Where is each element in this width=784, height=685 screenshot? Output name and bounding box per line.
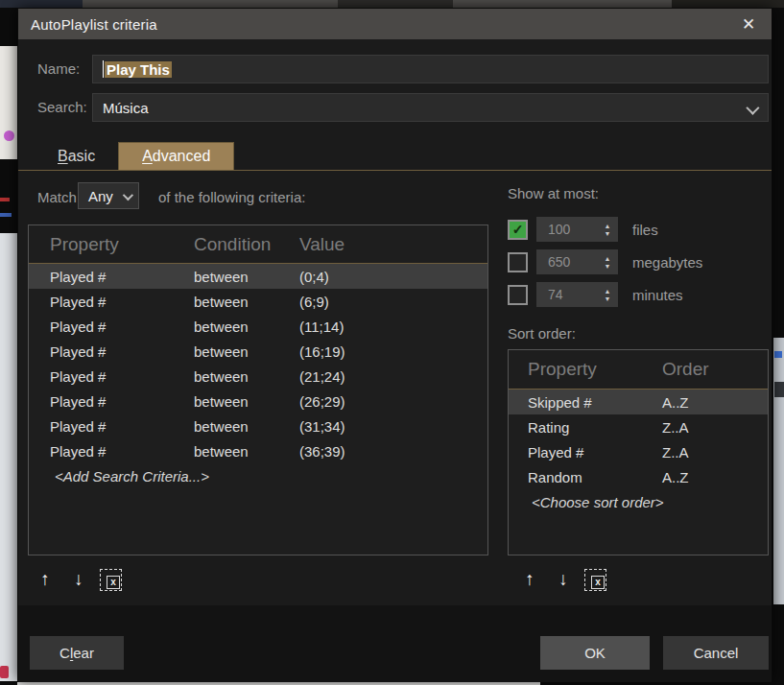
criteria-condition: between [194,343,299,360]
criteria-row[interactable]: Played # between (6;9) [29,289,487,314]
dialog-title: AutoPlaylist criteria [18,16,157,33]
column-header-property[interactable]: Property [50,234,194,255]
tab-basic[interactable]: Basic [35,142,118,170]
criteria-property: Played # [50,319,194,335]
sort-header: Property Order [509,350,768,390]
add-search-criteria-row[interactable]: <Add Search Criteria...> [29,463,487,488]
spin-up-icon: ▲ [605,223,611,229]
criteria-property: Played # [50,443,194,460]
criteria-condition: between [194,319,299,335]
column-header-condition[interactable]: Condition [194,234,299,255]
search-value: Música [103,100,149,116]
criteria-row[interactable]: Played # between (26;29) [29,389,487,413]
limit-spinner[interactable]: 74 ▲ ▼ [536,282,618,307]
move-down-button[interactable]: ↓ [66,567,91,592]
search-label: Search: [37,99,87,115]
remove-criteria-button[interactable]: x [100,569,122,591]
limit-unit-label: megabytes [632,254,702,271]
sort-property: Random [528,469,662,485]
move-up-button[interactable]: ↑ [33,567,58,592]
limit-row: 74 ▲ ▼ minutes [508,282,702,307]
move-up-button[interactable]: ↑ [517,567,542,592]
criteria-row[interactable]: Played # between (21;24) [29,364,487,389]
sort-row[interactable]: Skipped # A..Z [509,390,768,414]
name-value: Play This [105,61,172,78]
background-fragment [672,0,784,8]
spin-up-icon: ▲ [605,288,611,295]
criteria-value: (31;34) [299,418,345,435]
criteria-value: (26;29) [299,393,345,410]
background-fragment [774,382,784,397]
remove-x-icon: x [107,576,120,589]
sort-row[interactable]: Random A..Z [509,464,768,489]
criteria-header: Property Condition Value [29,225,487,264]
check-icon: ✓ [512,223,524,236]
spinner-arrows[interactable]: ▲ ▼ [597,282,618,307]
criteria-list: Property Condition Value Played # betwee… [28,224,488,555]
limit-checkbox[interactable]: ✓ [508,220,528,240]
spinner-arrows[interactable]: ▲ ▼ [597,217,618,242]
criteria-property: Played # [50,368,194,385]
sort-direction: Z..A [662,419,689,436]
criteria-row[interactable]: Played # between (11;14) [29,314,487,339]
tab-advanced[interactable]: Advanced [118,142,234,170]
criteria-row[interactable]: Played # between (0;4) [29,264,487,289]
titlebar[interactable]: AutoPlaylist criteria ✕ [18,9,772,39]
criteria-condition: between [194,269,299,285]
criteria-condition: between [194,393,299,410]
dialog-footer: Clear OK Cancel [18,605,772,682]
column-header-order[interactable]: Order [662,359,709,380]
limit-spinner[interactable]: 100 ▲ ▼ [536,217,618,242]
criteria-property: Played # [50,418,194,435]
remove-sort-button[interactable]: x [584,569,606,591]
name-label: Name: [37,60,80,77]
criteria-value: (21;24) [299,368,345,385]
sort-toolbar: ↑ ↓ x [517,567,606,592]
limit-row: ✓ 100 ▲ ▼ files [508,217,702,242]
choose-sort-order-row[interactable]: <Choose sort order> [509,489,768,514]
spin-down-icon: ▼ [605,263,611,270]
clear-button[interactable]: Clear [30,636,124,670]
limit-unit-label: minutes [632,287,683,303]
close-icon[interactable]: ✕ [733,9,764,39]
column-header-property[interactable]: Property [528,359,662,380]
sort-property: Skipped # [528,394,662,411]
sort-order-label: Sort order: [508,325,576,342]
criteria-condition: between [194,443,299,460]
spin-down-icon: ▼ [605,295,611,302]
limit-value: 650 [536,254,597,270]
spin-up-icon: ▲ [605,255,611,262]
background-fragment [0,0,83,8]
match-label: Match [37,189,77,205]
limit-spinner[interactable]: 650 ▲ ▼ [536,249,618,274]
cancel-button[interactable]: Cancel [663,636,769,670]
limit-checkbox[interactable] [508,285,528,305]
limit-checkbox[interactable] [508,252,528,272]
remove-x-icon: x [591,576,605,589]
sort-direction: Z..A [662,444,689,461]
match-dropdown[interactable]: Any [78,182,139,209]
show-at-most-label: Show at most: [508,185,599,201]
criteria-rows: Played # between (0;4) Played # between … [29,264,487,463]
criteria-row[interactable]: Played # between (16;19) [29,339,487,364]
spinner-arrows[interactable]: ▲ ▼ [597,249,618,274]
criteria-property: Played # [50,269,194,285]
move-down-button[interactable]: ↓ [551,567,576,592]
name-input[interactable]: Play This [92,55,769,83]
sort-row[interactable]: Played # Z..A [509,439,768,464]
criteria-value: (16;19) [299,343,345,360]
column-header-value[interactable]: Value [299,234,344,255]
background-fragment [0,46,17,159]
search-combobox[interactable]: Música [92,93,769,122]
background-fragment [774,351,782,358]
sort-order-list: Property Order Skipped # A..Z Rating Z..… [508,349,769,555]
criteria-row[interactable]: Played # between (31;34) [29,413,487,438]
ok-button[interactable]: OK [540,636,650,670]
background-fragment [0,213,12,217]
criteria-property: Played # [50,393,194,410]
sort-direction: A..Z [662,469,689,485]
sort-row[interactable]: Rating Z..A [509,414,768,439]
criteria-row[interactable]: Played # between (36;39) [29,438,487,463]
sort-rows: Skipped # A..Z Rating Z..A Played # Z..A… [509,390,768,489]
background-fragment [4,130,14,141]
